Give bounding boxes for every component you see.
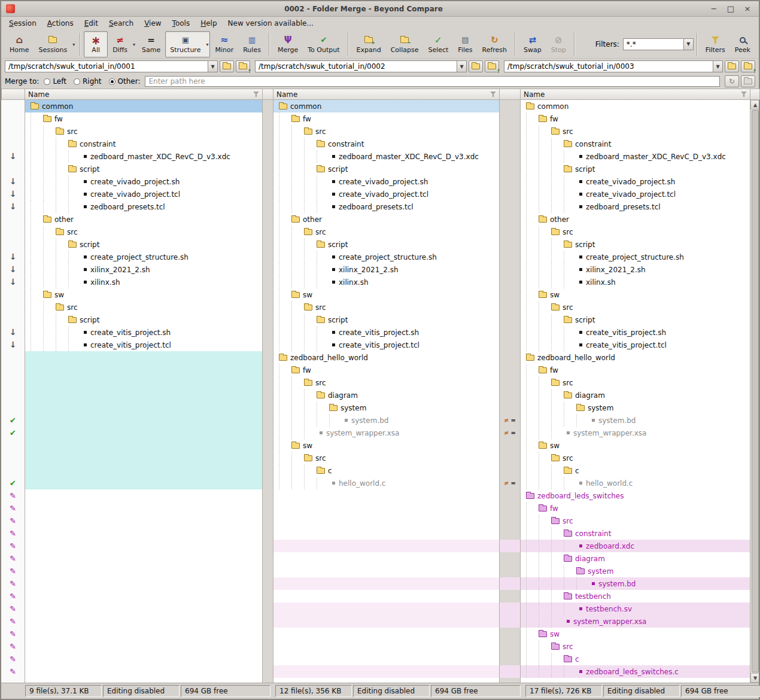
tree-row[interactable]	[25, 376, 262, 389]
minor-button[interactable]: ≈Minor	[210, 31, 238, 57]
tree-row[interactable]: create_vitis_project.sh	[25, 326, 262, 339]
pencil-icon[interactable]: ✎	[10, 640, 16, 653]
tree-row[interactable]: src	[273, 226, 499, 238]
tree-row[interactable]: system.bd	[521, 414, 750, 427]
tree-row[interactable]: src	[273, 452, 499, 464]
combo-dropdown-icon[interactable]: ▼	[713, 61, 722, 72]
filter-funnel-icon[interactable]	[253, 92, 259, 97]
tree-row[interactable]	[25, 515, 262, 527]
tree-row[interactable]: create_vivado_project.tcl	[521, 188, 750, 200]
tree-row[interactable]: src	[521, 640, 750, 653]
tree-row[interactable]: system.bd	[273, 414, 499, 427]
tree-row[interactable]	[25, 577, 262, 590]
tree-row[interactable]	[25, 427, 262, 439]
path-combo-1[interactable]: /tmp/scratch/swuk_tutorial_in/0002▼	[255, 60, 467, 72]
menu-help[interactable]: Help	[195, 18, 222, 29]
tree-row[interactable]: create_vitis_project.tcl	[273, 339, 499, 351]
tree-row[interactable]: zedboard_hello_world	[521, 351, 750, 364]
tree-row[interactable]	[273, 502, 499, 515]
tree-row[interactable]: common	[25, 100, 262, 112]
tree-row[interactable]: src	[25, 226, 262, 238]
name-column-header[interactable]: Name	[273, 89, 500, 100]
pencil-icon[interactable]: ✎	[10, 602, 16, 615]
diff-eq-icon[interactable]: ≠=	[504, 427, 516, 439]
tree-row[interactable]	[25, 602, 262, 615]
tree-row[interactable]: zedboard_leds_switches.c	[521, 665, 750, 678]
tree-row[interactable]: xilinx.sh	[273, 276, 499, 288]
tree-row[interactable]: constraint	[521, 527, 750, 540]
tree-row[interactable]: zedboard_presets.tcl	[25, 200, 262, 213]
tree-row[interactable]: script	[25, 163, 262, 175]
swap-button[interactable]: ⇄Swap	[519, 31, 546, 57]
all-button[interactable]: ∗All	[84, 31, 108, 57]
tree-row[interactable]	[273, 577, 499, 590]
tree-row[interactable]	[25, 477, 262, 489]
tree-row[interactable]: create_vivado_project.tcl	[273, 188, 499, 200]
pencil-icon[interactable]: ✎	[10, 628, 16, 640]
tree-row[interactable]: src	[521, 515, 750, 527]
tree-row[interactable]: constraint	[521, 138, 750, 150]
tree-row[interactable]: src	[521, 125, 750, 138]
tree-row[interactable]	[273, 552, 499, 565]
down-arrow-icon[interactable]: ↓	[10, 188, 17, 200]
merge-output-path-input[interactable]	[145, 76, 720, 87]
tree-row[interactable]: create_project_structure.sh	[273, 251, 499, 263]
peek-button[interactable]: Peek	[730, 31, 755, 57]
close-button[interactable]: ×	[741, 4, 754, 14]
tree-row[interactable]: src	[273, 125, 499, 138]
tree-row[interactable]	[273, 515, 499, 527]
tree-row[interactable]: create_vitis_project.tcl	[25, 339, 262, 351]
merge-to-left-radio[interactable]: Left	[44, 77, 66, 86]
tree-row[interactable]: create_vitis_project.tcl	[521, 339, 750, 351]
tree-row[interactable]: fw	[273, 112, 499, 125]
tree-row[interactable]: script	[521, 314, 750, 326]
tree-row[interactable]: c	[273, 464, 499, 477]
tree-row[interactable]: src	[25, 301, 262, 314]
pencil-icon[interactable]: ✎	[10, 515, 16, 527]
tree-row[interactable]: script	[273, 238, 499, 251]
tree-row[interactable]: create_project_structure.sh	[25, 251, 262, 263]
tree-row[interactable]: src	[521, 376, 750, 389]
home-button[interactable]: ⌂Home	[5, 31, 34, 57]
tree-row[interactable]	[25, 640, 262, 653]
tree-row[interactable]: create_vitis_project.sh	[273, 326, 499, 339]
tree-row[interactable]: fw	[273, 364, 499, 376]
parent-folder-button[interactable]: ↑	[485, 60, 499, 72]
filter-funnel-icon[interactable]	[490, 92, 496, 97]
merge-browse-button[interactable]	[741, 75, 755, 87]
tree-row[interactable]: system	[521, 565, 750, 577]
name-column-header[interactable]: Name	[521, 89, 750, 100]
tree-row[interactable]	[273, 628, 499, 640]
tree-row[interactable]: xilinx_2021_2.sh	[25, 263, 262, 276]
tree-row[interactable]: diagram	[273, 389, 499, 401]
tree-row[interactable]: fw	[521, 112, 750, 125]
filters-combo[interactable]: *.*▼	[623, 38, 694, 50]
tree-row[interactable]: zedboard_master_XDC_RevC_D_v3.xdc	[25, 150, 262, 163]
vertical-scrollbar[interactable]: ▲▼	[750, 100, 759, 683]
diff-eq-icon[interactable]: ≠=	[504, 477, 516, 489]
tree-row[interactable]: zedboard_leds_switches	[521, 489, 750, 502]
tree-row[interactable]: create_project_structure.sh	[521, 251, 750, 263]
tree-row[interactable]	[273, 602, 499, 615]
down-arrow-icon[interactable]: ↓	[10, 276, 17, 288]
tree-row[interactable]: fw	[521, 502, 750, 515]
scroll-up-icon[interactable]: ▲	[750, 100, 759, 109]
tree-row[interactable]	[25, 552, 262, 565]
tree-row[interactable]: hello_world.c	[273, 477, 499, 489]
menu-tools[interactable]: Tools	[167, 18, 196, 29]
pencil-icon[interactable]: ✎	[10, 540, 16, 552]
pencil-icon[interactable]: ✎	[10, 565, 16, 577]
menu-search[interactable]: Search	[104, 18, 139, 29]
filter-funnel-icon[interactable]	[741, 92, 747, 97]
tree-row[interactable]: xilinx.sh	[521, 276, 750, 288]
down-arrow-icon[interactable]: ↓	[10, 251, 17, 263]
menu-edit[interactable]: Edit	[79, 18, 104, 29]
tree-row[interactable]	[25, 565, 262, 577]
tree-row[interactable]	[25, 364, 262, 376]
tree-row[interactable]: fw	[521, 364, 750, 376]
down-arrow-icon[interactable]: ↓	[10, 150, 17, 163]
pencil-icon[interactable]: ✎	[10, 502, 16, 515]
to-output-button[interactable]: ✔To Output	[303, 31, 344, 57]
tree-row[interactable]: system_wrapper.xsa	[521, 615, 750, 628]
combo-dropdown-icon[interactable]: ▼	[683, 39, 693, 50]
